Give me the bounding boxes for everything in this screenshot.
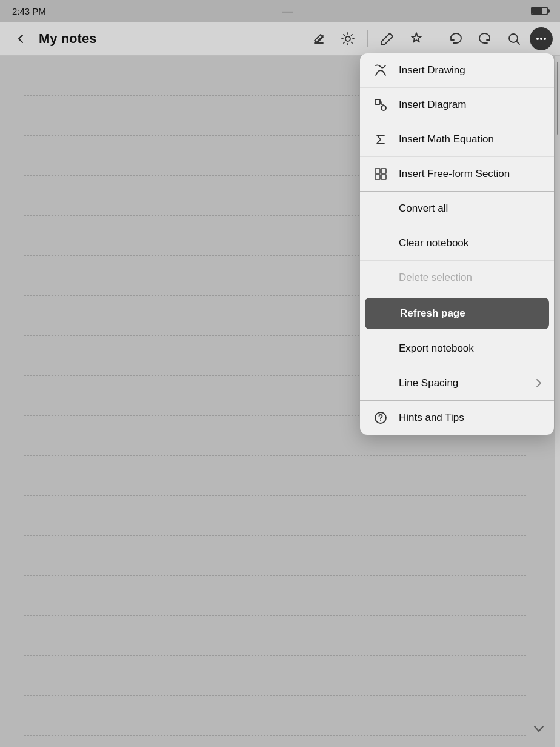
pen-button[interactable] [374,25,401,52]
delete-selection-label: Delete selection [399,272,542,284]
clear-notebook-label: Clear notebook [399,237,542,249]
convert-all-icon [372,200,389,217]
clear-notebook-icon [372,235,389,252]
scrollbar-track[interactable] [555,56,560,747]
refresh-page-label: Refresh page [400,307,541,320]
insert-diagram-label: Insert Diagram [399,99,542,111]
sigma-icon [372,131,389,148]
svg-point-6 [381,106,386,110]
svg-point-0 [345,36,350,41]
brightness-button[interactable] [335,25,361,52]
notebook-line [24,616,526,656]
insert-drawing-label: Insert Drawing [399,64,542,76]
back-button[interactable] [7,25,34,52]
export-notebook-icon [372,340,389,357]
line-spacing-icon [372,375,389,392]
toolbar: My notes [0,22,560,56]
toolbar-separator-2 [436,30,436,47]
delete-selection-icon [372,269,389,286]
scrollbar-thumb [557,62,558,135]
menu-item-insert-drawing[interactable]: Insert Drawing [360,53,554,88]
grid-icon [372,166,389,183]
refresh-page-icon [373,305,390,322]
search-button[interactable] [501,25,527,52]
svg-rect-9 [375,175,380,179]
menu-item-export-notebook[interactable]: Export notebook [360,332,554,366]
export-notebook-label: Export notebook [399,343,542,355]
battery-indicator [531,7,548,15]
notebook-line [24,536,526,576]
notebook-line [24,736,526,747]
redo-button[interactable] [472,25,498,52]
toolbar-separator [367,30,368,47]
svg-point-2 [536,38,539,40]
notebook-line [24,456,526,496]
eraser-button[interactable] [305,25,332,52]
convert-all-label: Convert all [399,203,542,215]
question-icon [372,409,389,426]
menu-item-insert-diagram[interactable]: Insert Diagram [360,88,554,122]
svg-rect-8 [381,169,386,173]
menu-item-convert-all[interactable]: Convert all [360,192,554,226]
undo-button[interactable] [442,25,469,52]
menu-item-line-spacing[interactable]: Line Spacing [360,366,554,401]
notebook-line [24,576,526,616]
line-spacing-label: Line Spacing [399,377,526,389]
status-time: 2:43 PM [12,6,46,16]
status-center-indicator: — [282,5,295,18]
notebook-line [24,656,526,696]
menu-item-insert-math[interactable]: Insert Math Equation [360,122,554,157]
menu-item-refresh-page[interactable]: Refresh page [365,298,549,329]
status-bar: 2:43 PM — [0,0,560,22]
svg-point-4 [544,38,546,40]
highlighter-button[interactable] [403,25,430,52]
menu-item-hints-tips[interactable]: Hints and Tips [360,401,554,435]
drawing-icon [372,62,389,79]
toolbar-right [305,25,553,52]
notebook-line [24,496,526,536]
menu-item-clear-notebook[interactable]: Clear notebook [360,226,554,261]
insert-math-label: Insert Math Equation [399,133,542,146]
more-button[interactable] [530,27,553,50]
svg-rect-5 [375,99,380,104]
insert-freeform-label: Insert Free-form Section [399,168,542,180]
dropdown-menu: Insert Drawing Insert Diagram Insert Mat… [360,53,554,435]
svg-rect-10 [381,175,386,179]
notebook-line [24,696,526,736]
chevron-right-icon [536,378,542,388]
battery-icon [531,7,548,15]
svg-point-12 [380,420,381,421]
svg-point-3 [540,38,542,40]
menu-item-delete-selection: Delete selection [360,261,554,295]
menu-item-insert-freeform[interactable]: Insert Free-form Section [360,157,554,192]
svg-rect-7 [375,169,380,173]
bottom-chevron[interactable] [530,723,548,735]
diagram-icon [372,96,389,113]
page-title: My notes [39,31,96,47]
hints-tips-label: Hints and Tips [399,412,542,424]
toolbar-left: My notes [7,25,305,52]
